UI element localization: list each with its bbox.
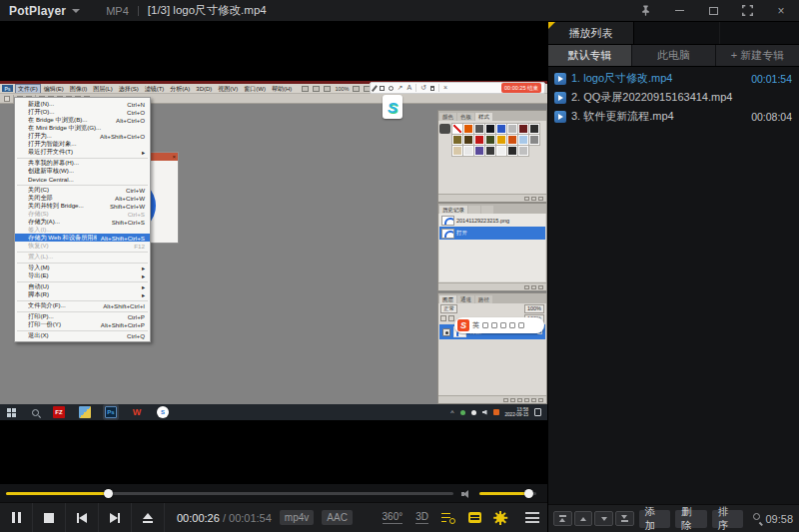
clock-display: 09:58 [765, 513, 795, 525]
ps-file-menu-item: 文件简介(F)... Alt+Shift+Ctrl+I [15, 301, 150, 309]
video-surface[interactable]: Ps 文件(F)编辑(E)图像(I)图层(L)选择(S)滤镜(T)分析(A)3D… [0, 22, 547, 484]
playlist-item[interactable]: 2. QQ录屏20220915163414.mp4 [548, 88, 799, 107]
filezilla-icon: FZ [53, 406, 65, 418]
ps-menu-item: 图像(I) [68, 85, 90, 93]
volume-icon[interactable] [461, 490, 470, 498]
seek-bar[interactable] [6, 492, 453, 495]
pin-icon[interactable] [639, 5, 651, 17]
ps-menu-item: 视图(V) [216, 85, 240, 93]
lock-icon [440, 315, 446, 321]
style-swatch [529, 124, 539, 134]
close-button[interactable]: × [775, 5, 787, 17]
media-file-icon [554, 73, 566, 85]
settings-gear-icon[interactable] [494, 512, 506, 524]
ime-keyboard-icon [500, 322, 506, 328]
volume-bar[interactable] [479, 492, 536, 495]
ime-toolbox-icon [509, 322, 515, 328]
divider [138, 6, 139, 16]
style-swatch [529, 135, 539, 145]
album-tab[interactable]: + 新建专辑 [716, 45, 799, 66]
audio-codec-badge[interactable]: AAC [322, 510, 353, 525]
search-icon[interactable] [753, 513, 763, 524]
panel-footer [438, 395, 546, 403]
ellipse-icon [389, 86, 394, 91]
media-file-icon [554, 111, 566, 123]
snapshot-thumbnail [441, 216, 454, 226]
style-swatch [507, 135, 517, 145]
tab-playlist[interactable]: 播放列表 [548, 22, 634, 44]
style-swatch [485, 146, 495, 156]
input-method-bar: S 英 [454, 317, 544, 333]
step-icon [441, 229, 454, 239]
panel-tab: 图层 [439, 295, 456, 303]
dropdown-caret-icon[interactable] [72, 9, 80, 13]
add-button[interactable]: 添加 [639, 510, 670, 528]
panel-footer [438, 194, 546, 202]
ps-minibridge-icon [313, 86, 320, 92]
stop-button[interactable] [33, 503, 66, 532]
style-swatch [474, 146, 484, 156]
ps-arrange-icon [353, 86, 360, 92]
playlist-search-icon[interactable] [441, 512, 455, 524]
vr-360-toggle[interactable]: 360° [383, 511, 403, 524]
ps-zoom-level: 100% [335, 86, 349, 92]
next-button[interactable] [99, 503, 132, 532]
open-file-button[interactable] [132, 503, 165, 532]
playlist-item[interactable]: 3. 软件更新流程.mp4 00:08:04 [548, 107, 799, 126]
panel-dock-icon [439, 124, 450, 134]
control-bar: 00:00:26 / 00:01:54 mp4v AAC 360° 3D [0, 502, 547, 532]
close-icon: × [443, 84, 447, 92]
ps-file-menu-item: 置入(L)... [15, 253, 150, 261]
menu-hamburger-icon[interactable] [525, 512, 539, 523]
album-tab[interactable]: 此电脑 [632, 45, 715, 66]
delete-button[interactable]: 删除 [675, 510, 706, 528]
ps-file-menu-item: Device Central... [15, 175, 150, 183]
fullscreen-button[interactable] [741, 5, 753, 17]
video-frame-content: Ps 文件(F)编辑(E)图像(I)图层(L)选择(S)滤镜(T)分析(A)3D… [0, 81, 547, 420]
playlist-tab-row: 播放列表 [548, 22, 799, 45]
style-swatch [452, 146, 462, 156]
album-tab[interactable]: 默认专辑 [548, 45, 631, 66]
ps-menu-item: 窗口(W) [242, 85, 268, 93]
divider [438, 84, 439, 92]
pause-button[interactable] [0, 503, 33, 532]
panel-corner-marker [548, 22, 555, 29]
playlist-item[interactable]: 1. logo尺寸修改.mp4 00:01:54 [548, 69, 799, 88]
move-top-button[interactable] [553, 511, 572, 526]
video-codec-badge[interactable]: mp4v [280, 510, 314, 525]
ps-file-menu-item: 脚本(R) ▸ [15, 290, 150, 298]
panel-tab: 样式 [475, 113, 492, 121]
tray-icon [471, 410, 476, 415]
snapshot-filename: 20141129223215.png [456, 218, 509, 224]
tray-volume-icon [482, 410, 487, 415]
style-swatch [463, 135, 473, 145]
tray-icon [460, 410, 465, 415]
minimize-button[interactable] [673, 5, 685, 17]
app-logo-text[interactable]: PotPlayer [9, 4, 66, 18]
tray-ime-icon [493, 409, 499, 415]
ps-menu-item: 图层(L) [91, 85, 114, 93]
ps-layers-panel: 图层通道路径 正常 100% 100% 背景 [437, 292, 547, 404]
ime-grid-icon [518, 322, 524, 328]
notification-center-icon [534, 408, 541, 416]
current-time: 00:00:26 [177, 512, 220, 524]
style-swatch [463, 146, 473, 156]
three-d-toggle[interactable]: 3D [415, 511, 428, 524]
volume-handle[interactable] [524, 489, 533, 498]
sort-button[interactable]: 排序 [712, 510, 743, 528]
maximize-button[interactable] [707, 5, 719, 17]
history-list: 20141129223215.png 打开 [439, 214, 545, 281]
eye-icon [442, 328, 450, 336]
move-bottom-button[interactable] [615, 511, 634, 526]
style-swatch [496, 146, 506, 156]
move-up-button[interactable] [574, 511, 593, 526]
previous-button[interactable] [66, 503, 99, 532]
ps-file-menu-item: 退出(X) Ctrl+Q [15, 331, 150, 339]
move-down-button[interactable] [594, 511, 613, 526]
subtitle-icon[interactable] [468, 512, 481, 523]
seek-handle[interactable] [104, 489, 113, 498]
explorer-icon [79, 406, 91, 418]
ime-pen-icon [482, 322, 488, 328]
style-swatch [485, 135, 495, 145]
style-swatch [452, 135, 462, 145]
